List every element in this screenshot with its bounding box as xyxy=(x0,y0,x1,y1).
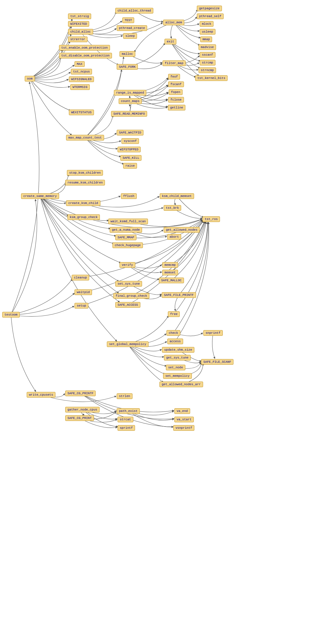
node-tst_ncpus: tst_ncpus xyxy=(71,69,92,74)
node-madvise: madvise xyxy=(199,44,216,50)
node-sleep: sleep xyxy=(123,33,137,39)
node-SAFE_WAITPID: SAFE_WAITPID xyxy=(117,130,143,135)
node-fopen: fopen xyxy=(169,89,183,95)
node-alloc_mem: alloc_mem xyxy=(163,20,184,25)
node-exit: exit xyxy=(165,39,176,44)
node-tst_brk: tst_brk xyxy=(164,205,181,211)
node-get_allowed_nodes_arr: get_allowed_nodes_arr xyxy=(159,382,203,387)
node-set_sys_tune: set_sys_tune xyxy=(115,281,142,287)
node-check_hugepage: check_hugepage xyxy=(112,242,143,248)
node-waitpid: waitpid xyxy=(75,289,92,295)
node-mmap: mmap xyxy=(200,37,212,42)
graph-container: testoomoomtst_strsigWIFEXITEDchild_alloc… xyxy=(0,0,333,644)
node-range_is_mapped: range_is_mapped xyxy=(114,90,146,96)
node-SAFE_FILE_PRINTF: SAFE_FILE_PRINTF xyxy=(162,292,196,298)
node-SAFE_FILE_SCANF: SAFE_FILE_SCANF xyxy=(201,359,233,365)
node-testoom: testoom xyxy=(2,312,20,318)
node-SAFE_CG_PRINT: SAFE_CG_PRINT xyxy=(65,415,94,421)
node-ksm_child_memset: ksm_child_memset xyxy=(160,193,194,199)
node-getpagesize: getpagesize xyxy=(197,6,222,11)
node-final_group_check: final_group_check xyxy=(113,293,149,299)
node-SAFE_READ_MEMINFO: SAFE_READ_MEMINFO xyxy=(111,111,147,117)
node-stop_ksm_children: stop_ksm_children xyxy=(67,170,103,176)
node-get_allowed_nodes: get_allowed_nodes xyxy=(164,227,200,233)
node-va_start: va_start xyxy=(174,417,194,422)
node-fflush: fflush xyxy=(121,193,137,199)
node-set_mempolicy: set_mempolicy xyxy=(163,373,192,379)
node-access: access xyxy=(167,339,183,344)
node-WEXITSTATUS: WEXITSTATUS xyxy=(69,110,94,115)
node-SAFE_ACCESS: SAFE_ACCESS xyxy=(115,302,140,308)
node-mlock: mlock xyxy=(200,21,213,27)
node-fclose: fclose xyxy=(168,97,184,103)
node-WTERMSIG: WTERMSIG xyxy=(70,84,90,90)
node-SAFE_MALLOC: SAFE_MALLOC xyxy=(159,278,184,283)
node-max_map_count_test: max_map_count_test xyxy=(66,135,104,140)
node-strcmp: strcmp xyxy=(200,60,215,65)
node-write_cpusets: write_cpusets xyxy=(27,392,55,398)
node-resume_ksm_children: resume_ksm_children xyxy=(65,180,105,185)
edges-svg xyxy=(0,0,333,644)
node-memcmp: memcmp xyxy=(162,262,178,268)
node-tst_strsig: tst_strsig xyxy=(68,13,91,19)
node-set_global_mempolicy: set_global_mempolicy xyxy=(107,341,148,347)
node-raise: raise xyxy=(123,163,137,169)
node-strlen: strlen xyxy=(117,393,132,399)
node-sprintf: sprintf xyxy=(118,425,135,431)
node-cleanup: cleanup xyxy=(72,275,89,280)
node-setup: setup xyxy=(75,303,88,309)
node-pthread_create: pthread_create xyxy=(117,25,147,31)
node-set_node: set_node xyxy=(166,365,185,370)
node-SAFE_FORK: SAFE_FORK xyxy=(117,64,138,70)
node-strcat: strcat xyxy=(118,417,133,422)
node-ksm_group_check: ksm_group_check xyxy=(68,214,100,220)
node-path_exist: path_exist xyxy=(117,408,140,414)
node-malloc: malloc xyxy=(120,51,135,57)
node-abort: abort xyxy=(167,234,181,240)
node-va_end: va_end xyxy=(174,408,190,414)
node-create_ksm_child: create_ksm_child xyxy=(66,200,100,206)
node-WIFSIGNALED: WIFSIGNALED xyxy=(69,76,94,82)
node-get_sys_tune: get_sys_tune xyxy=(164,355,191,360)
node-SAFE_MMAP: SAFE_MMAP xyxy=(115,235,136,240)
node-usleep: usleep xyxy=(200,29,215,35)
node-SAFE_KILL: SAFE_KILL xyxy=(120,155,141,161)
node-gather_node_cpus: gather_node_cpus xyxy=(65,407,100,412)
node-update_shm_size: update_shm_size xyxy=(162,347,194,353)
node-vsnprintf: vsnprintf xyxy=(173,425,194,431)
node-free: free xyxy=(168,311,180,317)
node-tst_disable_oom_protection: tst_disable_oom_protection xyxy=(59,53,112,58)
node-oom: oom xyxy=(25,76,35,81)
node-pthread_self: pthread_self xyxy=(197,13,224,19)
node-check: check xyxy=(166,330,180,336)
node-child_alloc: child_alloc xyxy=(68,29,93,35)
node-sysconf: sysconf xyxy=(122,138,139,144)
node-wait_ksmd_full_scan: wait_ksmd_full_scan xyxy=(108,219,148,224)
node-SAFE_CG_PRINTF: SAFE_CG_PRINTF xyxy=(65,391,96,396)
node-getline: getline xyxy=(168,105,185,110)
node-WIFEXITED: WIFEXITED xyxy=(68,21,89,27)
node-feof: feof xyxy=(168,74,180,80)
node-tst_kernel_bits: tst_kernel_bits xyxy=(195,75,228,81)
node-memset: memset xyxy=(162,270,178,275)
node-WIFSTOPPED: WIFSTOPPED xyxy=(118,147,141,152)
node-snprintf: snprintf xyxy=(203,330,223,336)
node-verify: verify xyxy=(120,262,135,268)
node-fscanf: fscanf xyxy=(168,81,184,87)
node-tst_ros: tst_ros xyxy=(202,216,220,222)
node-strncmp: strncmp xyxy=(199,67,216,73)
node-create_same_memory: create_same_memory xyxy=(21,193,59,199)
node-MAX: MAX xyxy=(75,61,85,67)
node-filter_map: filter_map xyxy=(163,60,186,66)
node-TEST: TEST xyxy=(122,17,134,23)
node-child_alloc_thread: child_alloc_thread xyxy=(115,8,153,13)
node-strerror: strerror xyxy=(68,37,87,42)
node-get_a_numa_node: get_a_numa_node xyxy=(110,227,142,233)
node-count_maps: count_maps xyxy=(119,98,142,104)
node-sscanf: sscanf xyxy=(200,52,215,58)
node-tst_enable_oom_protection: tst_enable_oom_protection xyxy=(59,45,110,51)
